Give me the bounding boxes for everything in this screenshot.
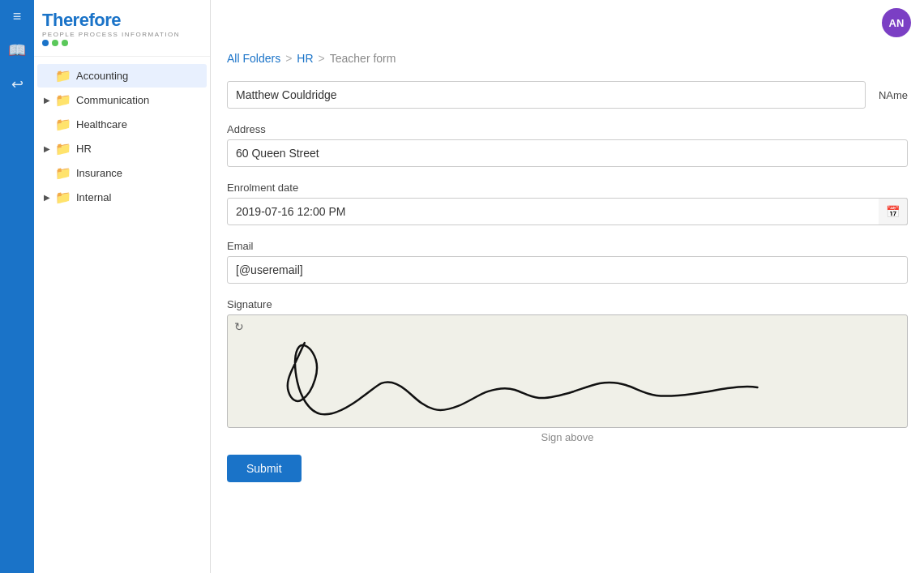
logo-dots: [42, 40, 202, 46]
topbar: AN: [211, 0, 924, 45]
refresh-icon[interactable]: ↻: [234, 320, 244, 333]
sidebar-label-communication: Communication: [76, 94, 149, 106]
address-label: Address: [227, 123, 908, 135]
date-input-wrap: 📅: [227, 198, 908, 225]
submit-button[interactable]: Submit: [227, 455, 302, 482]
breadcrumb-sep2: >: [319, 52, 325, 65]
signature-drawing: [228, 315, 907, 427]
address-group: Address: [227, 123, 908, 167]
folder-tree: 📁 Accounting ▶ 📁 Communication 📁 Healthc…: [34, 57, 210, 216]
sidebar: Therefore PEOPLE PROCESS INFORMATION 📁 A…: [34, 0, 211, 573]
sidebar-item-healthcare[interactable]: 📁 Healthcare: [37, 113, 207, 136]
name-label: NAme: [879, 81, 908, 101]
calendar-icon: 📅: [886, 205, 900, 218]
dot-green2: [62, 40, 68, 46]
teacher-form: NAme Address Enrolment date 📅: [227, 81, 908, 482]
folder-icon-communication: 📁: [55, 92, 71, 108]
folder-icon-accounting: 📁: [55, 68, 71, 83]
hamburger-icon[interactable]: ≡: [13, 8, 22, 25]
email-group: Email: [227, 240, 908, 284]
logo-area: Therefore PEOPLE PROCESS INFORMATION: [34, 0, 210, 57]
sidebar-item-insurance[interactable]: 📁 Insurance: [37, 161, 207, 185]
sidebar-label-healthcare: Healthcare: [76, 118, 127, 130]
sidebar-item-communication[interactable]: ▶ 📁 Communication: [37, 88, 207, 112]
dot-blue: [42, 40, 49, 46]
folder-icon-internal: 📁: [55, 190, 71, 205]
sidebar-label-insurance: Insurance: [76, 167, 122, 179]
arrow-hr: ▶: [44, 144, 53, 153]
signature-hint: Sign above: [227, 428, 908, 443]
breadcrumb-active: Teacher form: [330, 52, 396, 65]
sidebar-item-internal[interactable]: ▶ 📁 Internal: [37, 186, 207, 209]
enrolment-label: Enrolment date: [227, 182, 908, 194]
sidebar-item-hr[interactable]: ▶ 📁 HR: [37, 137, 207, 160]
enrolment-group: Enrolment date 📅: [227, 182, 908, 225]
breadcrumb-sep1: >: [285, 52, 292, 65]
main-content: AN All Folders > HR > Teacher form NAme …: [211, 0, 924, 573]
breadcrumb-all-folders[interactable]: All Folders: [227, 52, 280, 65]
signature-label: Signature: [227, 298, 908, 310]
folder-icon-healthcare: 📁: [55, 117, 71, 132]
book-icon[interactable]: 📖: [8, 41, 26, 59]
signature-group: Signature ↻ Sign above: [227, 298, 908, 443]
folder-icon-hr: 📁: [55, 141, 71, 156]
app-subtitle: PEOPLE PROCESS INFORMATION: [42, 31, 202, 38]
name-field-wrap: [227, 81, 866, 109]
sidebar-label-internal: Internal: [76, 191, 111, 203]
name-input[interactable]: [227, 81, 866, 109]
arrow-internal: ▶: [44, 193, 53, 202]
app-title: Therefore: [42, 10, 202, 31]
enrolment-input[interactable]: [227, 198, 908, 225]
user-avatar[interactable]: AN: [882, 8, 911, 37]
arrow-communication: ▶: [44, 96, 53, 105]
back-icon[interactable]: ↩: [11, 75, 24, 93]
content-area: All Folders > HR > Teacher form NAme Add…: [211, 45, 924, 573]
sidebar-label-accounting: Accounting: [76, 70, 128, 82]
breadcrumb-hr[interactable]: HR: [297, 52, 313, 65]
folder-icon-insurance: 📁: [55, 165, 71, 181]
name-row: NAme: [227, 81, 908, 109]
signature-box[interactable]: ↻: [227, 314, 908, 428]
breadcrumb: All Folders > HR > Teacher form: [227, 45, 908, 81]
sidebar-item-accounting[interactable]: 📁 Accounting: [37, 64, 207, 88]
address-input[interactable]: [227, 139, 908, 167]
nav-strip: ≡ 📖 ↩: [0, 0, 34, 573]
dot-green1: [52, 40, 58, 46]
sidebar-label-hr: HR: [76, 143, 92, 155]
calendar-button[interactable]: 📅: [879, 198, 908, 225]
email-label: Email: [227, 240, 908, 252]
email-input[interactable]: [227, 256, 908, 284]
